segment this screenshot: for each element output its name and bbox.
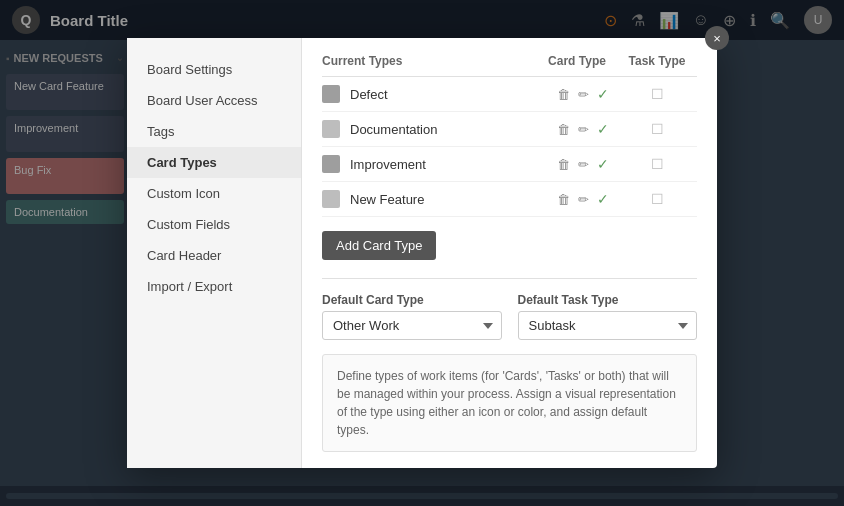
edit-icon[interactable]: ✏ — [578, 192, 589, 207]
task-type-check[interactable]: ☐ — [617, 190, 697, 208]
edit-icon[interactable]: ✏ — [578, 122, 589, 137]
table-row: Improvement 🗑 ✏ ✓ ☐ — [322, 147, 697, 182]
default-card-type-label: Default Card Type — [322, 293, 502, 307]
type-actions: 🗑 ✏ ✓ — [557, 156, 609, 172]
type-name: New Feature — [350, 192, 557, 207]
sidebar-item-custom-fields[interactable]: Custom Fields — [127, 209, 301, 240]
type-color-swatch — [322, 120, 340, 138]
edit-icon[interactable]: ✏ — [578, 157, 589, 172]
col-header-card-type: Card Type — [537, 54, 617, 68]
default-task-type-field: Default Task Type Subtask Defect Documen… — [518, 293, 698, 340]
divider — [322, 278, 697, 279]
type-name: Defect — [350, 87, 557, 102]
type-actions: 🗑 ✏ ✓ — [557, 86, 609, 102]
sidebar-item-board-user-access[interactable]: Board User Access — [127, 85, 301, 116]
default-task-type-label: Default Task Type — [518, 293, 698, 307]
close-button[interactable]: × — [705, 26, 729, 50]
type-actions: 🗑 ✏ ✓ — [557, 191, 609, 207]
sidebar-item-card-types[interactable]: Card Types — [127, 147, 301, 178]
card-type-check[interactable]: ✓ — [597, 156, 609, 172]
task-type-check[interactable]: ☐ — [617, 85, 697, 103]
type-name: Documentation — [350, 122, 557, 137]
task-type-check[interactable]: ☐ — [617, 120, 697, 138]
default-card-type-select[interactable]: Other Work Defect Documentation Improvem… — [322, 311, 502, 340]
table-row: New Feature 🗑 ✏ ✓ ☐ — [322, 182, 697, 217]
modal-sidebar: Board Settings Board User Access Tags Ca… — [127, 38, 302, 468]
modal-overlay: × Board Settings Board User Access Tags … — [0, 0, 844, 506]
default-card-type-field: Default Card Type Other Work Defect Docu… — [322, 293, 502, 340]
task-type-check[interactable]: ☐ — [617, 155, 697, 173]
table-row: Defect 🗑 ✏ ✓ ☐ — [322, 77, 697, 112]
card-type-check[interactable]: ✓ — [597, 86, 609, 102]
description-text: Define types of work items (for 'Cards',… — [322, 354, 697, 452]
type-color-swatch — [322, 85, 340, 103]
delete-icon[interactable]: 🗑 — [557, 87, 570, 102]
edit-icon[interactable]: ✏ — [578, 87, 589, 102]
col-header-task-type: Task Type — [617, 54, 697, 68]
default-task-type-select[interactable]: Subtask Defect Documentation Improvement… — [518, 311, 698, 340]
table-row: Documentation 🗑 ✏ ✓ ☐ — [322, 112, 697, 147]
type-actions: 🗑 ✏ ✓ — [557, 121, 609, 137]
modal-body: Board Settings Board User Access Tags Ca… — [127, 38, 717, 468]
card-type-check[interactable]: ✓ — [597, 121, 609, 137]
col-header-current-types: Current Types — [322, 54, 537, 68]
modal: × Board Settings Board User Access Tags … — [127, 38, 717, 468]
delete-icon[interactable]: 🗑 — [557, 192, 570, 207]
modal-content: Current Types Card Type Task Type Defect… — [302, 38, 717, 468]
add-card-type-button[interactable]: Add Card Type — [322, 231, 436, 260]
type-color-swatch — [322, 155, 340, 173]
sidebar-item-custom-icon[interactable]: Custom Icon — [127, 178, 301, 209]
delete-icon[interactable]: 🗑 — [557, 122, 570, 137]
sidebar-item-import-export[interactable]: Import / Export — [127, 271, 301, 302]
type-color-swatch — [322, 190, 340, 208]
defaults-section: Default Card Type Other Work Defect Docu… — [322, 293, 697, 340]
delete-icon[interactable]: 🗑 — [557, 157, 570, 172]
card-type-check[interactable]: ✓ — [597, 191, 609, 207]
sidebar-item-board-settings[interactable]: Board Settings — [127, 54, 301, 85]
sidebar-item-card-header[interactable]: Card Header — [127, 240, 301, 271]
type-name: Improvement — [350, 157, 557, 172]
types-table-header: Current Types Card Type Task Type — [322, 54, 697, 77]
sidebar-item-tags[interactable]: Tags — [127, 116, 301, 147]
